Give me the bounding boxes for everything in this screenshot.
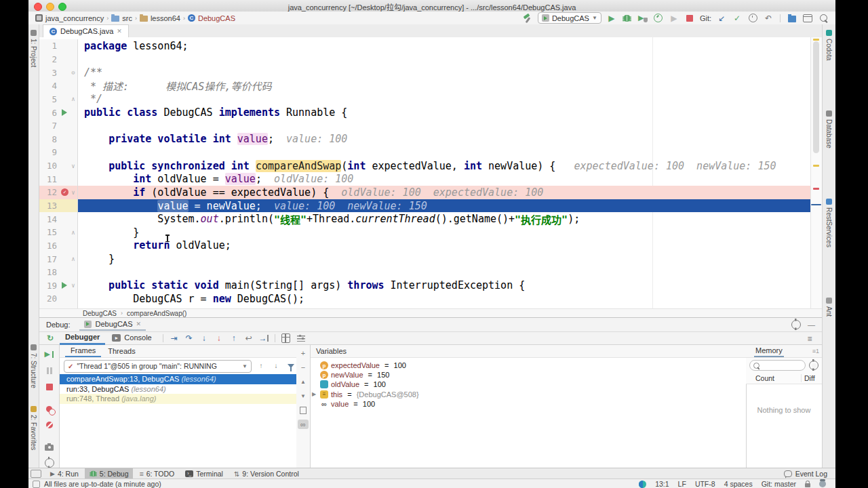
code-text[interactable]: DebugCAS r = new DebugCAS();	[78, 292, 811, 306]
pause-icon[interactable]	[44, 365, 55, 376]
gutter[interactable]: 9	[39, 146, 78, 159]
fold-marker[interactable]: ∧	[69, 256, 77, 262]
tab-frames[interactable]: Frames	[65, 345, 101, 357]
down-watch-icon[interactable]: ▼	[298, 391, 309, 401]
dropframe-icon[interactable]: ↩	[243, 333, 254, 344]
code-text[interactable]: }	[78, 226, 811, 239]
hide-frames-filter-icon[interactable]	[285, 361, 296, 371]
editor-tab[interactable]: C DebugCAS.java ✕	[43, 24, 129, 37]
tab-threads[interactable]: Threads	[102, 346, 140, 357]
code-text[interactable]: public static void main(String[] args) t…	[78, 279, 811, 293]
run-line-icon[interactable]	[60, 282, 69, 289]
code-text[interactable]: public synchronized int compareAndSwap(i…	[78, 159, 811, 173]
rerun-icon[interactable]: ↻	[45, 333, 56, 344]
breadcrumb-item[interactable]: java_concurrency	[35, 14, 104, 22]
memory-tab[interactable]: Memory	[754, 346, 784, 357]
close-tab-icon[interactable]: ✕	[117, 28, 122, 35]
search-icon[interactable]	[818, 13, 829, 24]
sidebar-item-codota[interactable]: Codota	[825, 30, 833, 60]
gutter[interactable]: 4	[39, 79, 78, 93]
camera-icon[interactable]	[44, 441, 55, 452]
frame-row[interactable]: run:748, Thread (java.lang)	[60, 394, 296, 404]
code-text[interactable]: return oldValue;	[78, 239, 811, 253]
gutter[interactable]: 2	[39, 53, 78, 66]
code-text[interactable]: int oldValue = value; oldValue: 100	[78, 172, 811, 186]
gutter[interactable]: 16	[39, 239, 78, 253]
status-widget-git-master[interactable]: Git: master	[762, 480, 796, 488]
fold-marker[interactable]: ∨	[69, 282, 77, 289]
variable-row[interactable]: pexpectedValue = 100	[311, 361, 746, 370]
window-icon[interactable]	[802, 13, 813, 24]
frame-down-icon[interactable]: ↓	[271, 361, 281, 371]
gear-icon[interactable]	[44, 458, 55, 468]
variable-row[interactable]: ▶≡this = {DebugCAS@508}	[311, 390, 746, 399]
run-icon[interactable]: ▶	[606, 13, 617, 24]
close-session-icon[interactable]: ✕	[136, 321, 142, 327]
gutter[interactable]: 11	[39, 172, 78, 186]
fold-marker[interactable]: ∨	[69, 189, 77, 196]
run-disabled-icon[interactable]: ▶	[669, 13, 679, 24]
gutter[interactable]: 15∧	[39, 226, 78, 239]
sidebar-item-ant[interactable]: Ant	[825, 298, 833, 317]
stripe-mark-breakpoint[interactable]	[813, 188, 819, 190]
hide-debug-panel-icon[interactable]: —	[808, 321, 815, 329]
unlock-icon[interactable]	[805, 483, 810, 487]
gutter[interactable]: 13	[39, 199, 78, 213]
mutebp-icon[interactable]	[44, 420, 55, 430]
showexec-icon[interactable]: ⇥	[169, 333, 180, 344]
gutter[interactable]: 8	[39, 132, 78, 146]
code-text[interactable]: System.out.println("线程"+Thread.currentTh…	[78, 212, 811, 226]
code-text[interactable]	[78, 53, 811, 66]
debug-session-tab[interactable]: DebugCAS ✕	[79, 319, 146, 331]
scrollbar-thumb[interactable]	[813, 41, 819, 153]
code-text[interactable]: public class DebugCAS implements Runnabl…	[78, 106, 811, 119]
watch-watch-icon[interactable]: ∞	[298, 420, 309, 429]
breadcrumb-item[interactable]: CDebugCAS	[188, 14, 235, 22]
editor-breadcrumb-item[interactable]: compareAndSwap()	[127, 310, 186, 317]
forcestep-icon[interactable]: ↓	[214, 333, 224, 344]
resume-icon[interactable]	[44, 349, 55, 360]
event-log-label[interactable]: Event Log	[795, 470, 827, 478]
run-config-dropdown[interactable]: DebugCAS▼	[538, 12, 601, 24]
memory-settings-gear-icon[interactable]	[809, 361, 818, 370]
frame-row[interactable]: run:33, DebugCAS (lesson64)	[60, 384, 296, 394]
gutter[interactable]: 19∨	[39, 279, 78, 293]
stop-icon[interactable]	[684, 13, 695, 24]
tab-debugger[interactable]: Debugger	[60, 331, 105, 345]
run-line-icon[interactable]	[60, 109, 69, 116]
gutter[interactable]: 3⊖	[39, 66, 78, 79]
hammer-icon[interactable]	[522, 13, 533, 24]
editor-scrollbar[interactable]	[810, 37, 822, 308]
fold-marker[interactable]: ⊖	[69, 69, 77, 76]
toolwindow-button-5-debug[interactable]: 5: Debug	[85, 468, 134, 479]
sliders-icon[interactable]	[296, 333, 307, 344]
sidebar-item-database[interactable]: Database	[825, 110, 833, 148]
stepout-icon[interactable]: ↑	[229, 333, 239, 344]
code-text[interactable]: private volatile int value; value: 100	[78, 132, 811, 146]
gutter[interactable]: 17∧	[39, 252, 78, 266]
restore-layout-icon[interactable]: ≡	[804, 333, 815, 344]
git-commit-icon[interactable]: ✓	[732, 13, 743, 24]
gutter[interactable]: 10∨	[39, 159, 78, 173]
stop-icon[interactable]	[44, 382, 55, 392]
status-widget-utf-8[interactable]: UTF-8	[695, 480, 715, 488]
memory-col-diff[interactable]: Diff	[802, 374, 822, 382]
gutter[interactable]: 5∧	[39, 93, 78, 106]
hector-inspections-icon[interactable]	[819, 481, 826, 487]
memory-col-count[interactable]: Count	[746, 374, 802, 382]
code-text[interactable]: }	[78, 252, 811, 266]
gutter[interactable]: 20	[39, 292, 78, 306]
debug-icon[interactable]	[622, 13, 633, 24]
expand-arrow-icon[interactable]: ▶	[312, 391, 317, 397]
gutter[interactable]: 1	[39, 39, 78, 53]
debug-settings-gear-icon[interactable]	[791, 320, 801, 329]
code-text[interactable]	[78, 266, 811, 279]
variable-row[interactable]: ∞value = 100	[311, 399, 746, 409]
sidebar-item-restservices[interactable]: RestServices	[825, 199, 833, 247]
thread-dropdown[interactable]: ✓ "Thread 1"@505 in group "main": RUNNIN…	[64, 360, 252, 373]
fold-marker[interactable]: ∧	[69, 96, 77, 102]
toolwindow-button-4-run[interactable]: ▶4: Run	[45, 468, 83, 479]
memory-search-input[interactable]	[749, 360, 806, 371]
fold-marker[interactable]: ∧	[69, 229, 77, 236]
toolwindow-button-terminal[interactable]: ›_Terminal	[180, 468, 228, 479]
